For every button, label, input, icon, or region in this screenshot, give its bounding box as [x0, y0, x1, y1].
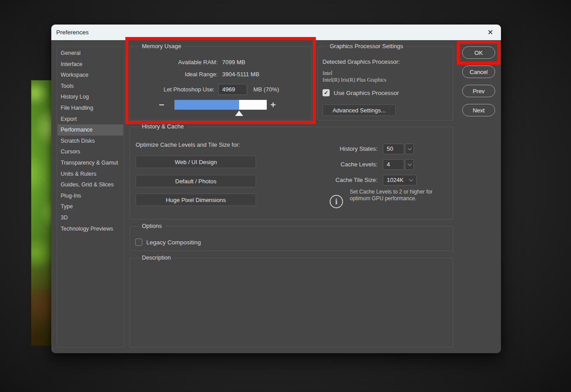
cache-tile-size-value: 1024K	[387, 177, 404, 183]
info-note-line2: optimum GPU performance.	[350, 195, 432, 202]
preset-web-ui-design-button[interactable]: Web / UI Design	[136, 156, 256, 168]
photo-green-bokeh	[31, 80, 54, 346]
use-graphics-processor-label: Use Graphics Processor	[334, 90, 399, 96]
background-document-photo	[31, 80, 54, 346]
history-states-value[interactable]: 50	[383, 144, 404, 154]
history-states-label: History States:	[304, 145, 377, 152]
sidebar-item-file-handling[interactable]: File Handling	[58, 103, 123, 114]
optimize-cache-label: Optimize Cache Levels and Tile Size for:	[136, 141, 240, 148]
sidebar-item-interface[interactable]: Interface	[58, 59, 123, 70]
info-icon: i	[330, 195, 343, 208]
let-photoshop-use-input[interactable]	[218, 84, 247, 95]
preferences-dialog: Preferences ✕ General Interface Workspac…	[51, 25, 501, 353]
sidebar-item-general[interactable]: General	[58, 48, 123, 59]
chevron-down-icon	[409, 177, 414, 182]
sidebar-item-plug-ins[interactable]: Plug-Ins	[58, 190, 123, 202]
sidebar-item-workspace[interactable]: Workspace	[58, 70, 123, 81]
sidebar-item-scratch-disks[interactable]: Scratch Disks	[58, 136, 123, 147]
sidebar-item-type[interactable]: Type	[58, 201, 123, 212]
dialog-title: Preferences	[51, 29, 89, 36]
detected-gpu-label: Detected Graphics Processor:	[323, 58, 400, 65]
graphics-processor-group: Graphics Processor Settings Detected Gra…	[318, 46, 453, 120]
let-photoshop-use-label: Let Photoshop Use:	[130, 86, 215, 93]
slider-track[interactable]	[174, 100, 267, 110]
sidebar-item-units-rulers[interactable]: Units & Rulers	[58, 169, 123, 180]
available-ram-label: Available RAM:	[130, 59, 218, 66]
chevron-down-icon	[407, 146, 412, 150]
history-cache-group: History & Cache Optimize Cache Levels an…	[130, 127, 453, 219]
sidebar-item-guides-grid-slices[interactable]: Guides, Grid & Slices	[58, 179, 123, 190]
slider-minus-icon[interactable]: −	[159, 99, 164, 111]
ideal-range-label: Ideal Range:	[130, 71, 218, 78]
available-ram-value: 7099 MB	[222, 59, 245, 66]
cache-tile-size-row: Cache Tile Size: 1024K	[304, 174, 438, 186]
cache-levels-info-note: Set Cache Levels to 2 or higher for opti…	[350, 189, 432, 202]
ok-button[interactable]: OK	[462, 46, 495, 59]
cache-levels-row: Cache Levels: 4	[304, 159, 438, 170]
options-group: Options Legacy Compositing	[130, 226, 453, 251]
sidebar-item-technology-previews[interactable]: Technology Previews	[58, 223, 123, 235]
use-graphics-processor-checkbox[interactable]: ✓	[323, 89, 330, 96]
history-states-row: History States: 50	[304, 143, 438, 154]
gpu-name-text: Intel Intel(R) Iris(R) Plus Graphics	[323, 70, 386, 83]
gpu-model: Intel(R) Iris(R) Plus Graphics	[323, 77, 386, 83]
history-states-dropdown-button[interactable]	[405, 144, 414, 154]
sidebar-item-transparency-gamut[interactable]: Transparency & Gamut	[58, 157, 123, 169]
memory-percent-suffix: MB (70%)	[253, 86, 279, 93]
memory-usage-group: Memory Usage Available RAM: 7099 MB Idea…	[130, 46, 311, 120]
next-button[interactable]: Next	[462, 104, 495, 116]
info-note-line1: Set Cache Levels to 2 or higher for	[350, 189, 432, 195]
sidebar-item-3d[interactable]: 3D	[58, 212, 123, 223]
history-cache-title: History & Cache	[139, 123, 187, 130]
legacy-compositing-checkbox[interactable]	[135, 239, 142, 246]
memory-usage-title: Memory Usage	[139, 43, 184, 50]
slider-plus-icon[interactable]: +	[270, 99, 276, 111]
slider-fill	[174, 100, 239, 110]
use-graphics-processor-row[interactable]: ✓ Use Graphics Processor	[323, 89, 399, 96]
dialog-titlebar: Preferences ✕	[51, 25, 501, 40]
sidebar-item-list: General Interface Workspace Tools Histor…	[58, 48, 123, 234]
preset-default-photos-button[interactable]: Default / Photos	[136, 175, 256, 187]
slider-thumb[interactable]	[235, 111, 243, 116]
cache-levels-value[interactable]: 4	[383, 159, 404, 170]
cache-levels-label: Cache Levels:	[304, 161, 377, 168]
graphics-group-title: Graphics Processor Settings	[327, 43, 406, 50]
gpu-vendor: Intel	[323, 70, 386, 77]
legacy-compositing-row[interactable]: Legacy Compositing	[135, 239, 201, 246]
advanced-settings-button[interactable]: Advanced Settings...	[323, 104, 396, 116]
sidebar-item-export[interactable]: Export	[58, 114, 123, 125]
sidebar-item-cursors[interactable]: Cursors	[58, 146, 123, 157]
legacy-compositing-label: Legacy Compositing	[146, 239, 201, 246]
description-group: Description	[130, 258, 453, 347]
close-icon[interactable]: ✕	[486, 25, 495, 40]
cache-levels-dropdown-button[interactable]	[405, 159, 414, 170]
ideal-range-value: 3904-5111 MB	[222, 71, 259, 78]
memory-slider[interactable]	[174, 100, 267, 110]
prev-button[interactable]: Prev	[462, 85, 495, 97]
sidebar-item-performance[interactable]: Performance	[58, 124, 123, 136]
chevron-down-icon	[407, 161, 412, 166]
description-title: Description	[139, 254, 174, 261]
cache-tile-size-label: Cache Tile Size:	[304, 177, 377, 183]
cache-tile-size-dropdown[interactable]: 1024K	[383, 175, 417, 186]
options-title: Options	[139, 223, 165, 229]
cancel-button[interactable]: Cancel	[462, 66, 495, 78]
sidebar-item-history-log[interactable]: History Log	[58, 91, 123, 103]
preferences-sidebar: General Interface Workspace Tools Histor…	[57, 46, 124, 347]
sidebar-item-tools[interactable]: Tools	[58, 81, 123, 92]
preset-huge-pixel-dimensions-button[interactable]: Huge Pixel Dimensions	[136, 194, 256, 206]
